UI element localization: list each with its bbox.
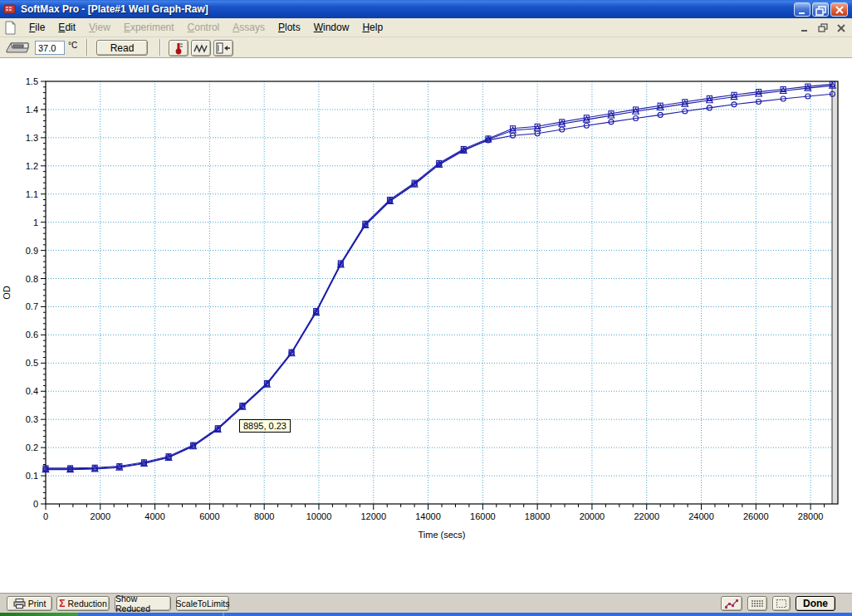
menu-window[interactable]: Window bbox=[307, 19, 356, 36]
read-button[interactable]: Read bbox=[96, 40, 148, 56]
svg-text:28000: 28000 bbox=[798, 511, 824, 521]
svg-text:1.3: 1.3 bbox=[26, 133, 38, 143]
svg-text:0.5: 0.5 bbox=[26, 358, 38, 368]
svg-text:18000: 18000 bbox=[525, 511, 551, 521]
cursor-readout-tooltip: 8895, 0.23 bbox=[239, 419, 291, 433]
mini-chart-icon bbox=[724, 599, 739, 609]
document-icon bbox=[3, 21, 17, 35]
child-minimize-icon[interactable] bbox=[799, 22, 810, 33]
waveform-icon bbox=[193, 43, 208, 53]
done-button[interactable]: Done bbox=[796, 596, 835, 611]
reduction-label: Reduction bbox=[67, 599, 106, 609]
child-restore-icon[interactable] bbox=[817, 22, 829, 33]
show-reduced-label: Show Reduced bbox=[115, 594, 170, 614]
menu-view: View bbox=[82, 19, 117, 36]
scale-to-limits-label: ScaleToLimits bbox=[176, 599, 230, 609]
svg-text:0.7: 0.7 bbox=[26, 301, 38, 311]
sigma-icon: Σ bbox=[59, 598, 65, 609]
reduction-button[interactable]: Σ Reduction bbox=[56, 596, 110, 611]
temperature-unit: °C bbox=[68, 41, 77, 50]
temperature-field[interactable] bbox=[35, 41, 65, 55]
toolbar-separator bbox=[159, 39, 161, 56]
minimize-button[interactable] bbox=[794, 2, 810, 17]
svg-text:1.2: 1.2 bbox=[26, 161, 38, 171]
plot-area[interactable] bbox=[46, 81, 838, 504]
x-axis-ticks bbox=[46, 504, 825, 510]
svg-text:1.1: 1.1 bbox=[26, 189, 38, 199]
close-button[interactable] bbox=[830, 2, 848, 17]
plot-gridlines bbox=[46, 81, 838, 504]
x-axis-tick-labels: 0200040006000800010000120001400016000180… bbox=[43, 511, 823, 521]
child-close-icon[interactable] bbox=[835, 22, 847, 33]
svg-text:0: 0 bbox=[43, 511, 48, 521]
show-reduced-button[interactable]: Show Reduced bbox=[115, 596, 171, 611]
thermometer-icon bbox=[174, 42, 184, 55]
svg-text:1: 1 bbox=[33, 218, 38, 227]
dotted-rect-icon bbox=[776, 599, 787, 609]
menu-bar: File Edit View Experiment Control Assays… bbox=[0, 18, 852, 37]
print-button[interactable]: Print bbox=[7, 596, 52, 611]
printer-icon bbox=[13, 599, 26, 609]
show-grid-button[interactable] bbox=[772, 596, 791, 611]
plot-right-margin bbox=[832, 81, 838, 504]
menu-plots[interactable]: Plots bbox=[272, 19, 307, 36]
menu-edit[interactable]: Edit bbox=[51, 19, 82, 36]
svg-text:10000: 10000 bbox=[306, 511, 332, 521]
series-E3 bbox=[42, 82, 835, 472]
graph-control-bar: Print Σ Reduction Show Reduced ScaleToLi… bbox=[0, 593, 852, 613]
svg-text:24000: 24000 bbox=[688, 511, 714, 521]
svg-text:0.8: 0.8 bbox=[26, 274, 38, 284]
app-icon bbox=[3, 2, 17, 16]
title-bar: SoftMax Pro - [Plate#1 Well Graph-Raw] bbox=[0, 0, 852, 18]
svg-text:22000: 22000 bbox=[634, 511, 659, 521]
y-axis-tick-labels: 00.10.20.30.40.50.60.70.80.911.11.21.31.… bbox=[26, 76, 38, 509]
taskbar-edge bbox=[0, 613, 852, 616]
menu-assays: Assays bbox=[226, 19, 272, 36]
dots-grid-icon bbox=[751, 599, 764, 609]
svg-text:6000: 6000 bbox=[199, 511, 219, 521]
scale-to-limits-button[interactable]: ScaleToLimits bbox=[176, 596, 229, 611]
svg-text:0: 0 bbox=[33, 499, 38, 509]
plate-reader-icon bbox=[5, 40, 32, 56]
x-axis-title: Time (secs) bbox=[418, 530, 465, 540]
show-points-button[interactable] bbox=[747, 596, 767, 611]
svg-text:4000: 4000 bbox=[144, 511, 164, 521]
svg-text:26000: 26000 bbox=[743, 511, 769, 521]
svg-text:8000: 8000 bbox=[254, 511, 274, 521]
restore-button[interactable] bbox=[812, 2, 829, 17]
svg-text:0.6: 0.6 bbox=[26, 330, 38, 340]
series-E2 bbox=[43, 81, 835, 471]
menu-control: Control bbox=[181, 19, 227, 36]
menu-file[interactable]: File bbox=[22, 19, 51, 36]
series-E1 bbox=[43, 91, 835, 472]
instrument-toolbar: °C Read bbox=[0, 37, 852, 58]
svg-text:2000: 2000 bbox=[91, 511, 110, 521]
graph-client-area: 0200040006000800010000120001400016000180… bbox=[0, 58, 852, 593]
svg-text:20000: 20000 bbox=[580, 511, 605, 521]
kinetic-reading-button[interactable] bbox=[191, 40, 211, 56]
toolbar-separator bbox=[86, 39, 88, 56]
y-axis-ticks bbox=[41, 81, 46, 504]
print-label: Print bbox=[28, 599, 47, 609]
svg-text:12000: 12000 bbox=[360, 511, 386, 521]
menu-help[interactable]: Help bbox=[355, 19, 389, 36]
well-graph-chart[interactable]: 0200040006000800010000120001400016000180… bbox=[0, 58, 852, 556]
drawer-open-close-button[interactable] bbox=[213, 40, 233, 56]
svg-text:0.3: 0.3 bbox=[26, 414, 38, 424]
svg-text:16000: 16000 bbox=[470, 511, 496, 521]
svg-text:1.5: 1.5 bbox=[26, 76, 38, 86]
menu-experiment: Experiment bbox=[117, 19, 181, 36]
svg-text:14000: 14000 bbox=[415, 511, 441, 521]
start-button-edge bbox=[0, 613, 78, 616]
svg-text:0.2: 0.2 bbox=[26, 442, 38, 452]
svg-text:0.9: 0.9 bbox=[26, 246, 38, 256]
y-axis-title: OD bbox=[2, 286, 12, 300]
svg-text:0.1: 0.1 bbox=[26, 471, 38, 481]
temperature-control-button[interactable] bbox=[169, 40, 189, 56]
window-title: SoftMax Pro - [Plate#1 Well Graph-Raw] bbox=[21, 3, 208, 15]
svg-text:0.4: 0.4 bbox=[26, 386, 38, 396]
svg-text:1.4: 1.4 bbox=[26, 105, 38, 115]
graph-options-button[interactable] bbox=[721, 596, 742, 611]
plate-drawer-icon bbox=[216, 42, 231, 54]
